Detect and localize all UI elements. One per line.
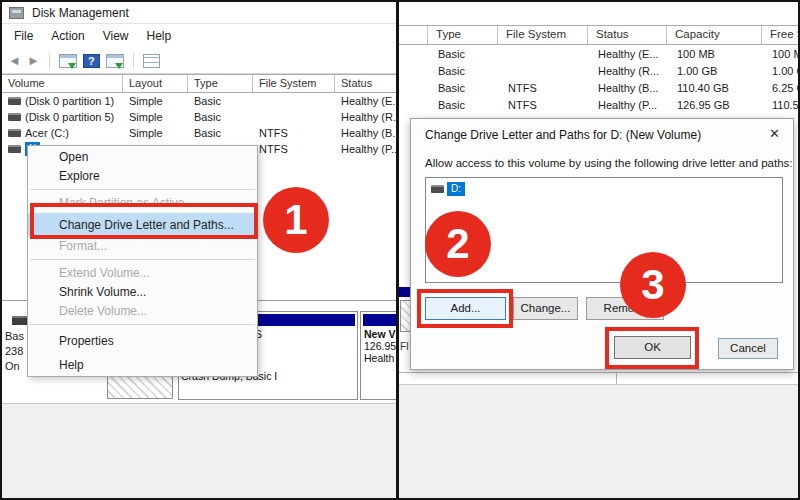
cell-capacity: 100 MB <box>667 48 762 60</box>
status-text-fragment: FI <box>400 341 409 352</box>
partition-status-fragment: Health <box>361 352 396 364</box>
cell-status: Healthy (R... <box>335 109 396 125</box>
column-file-system[interactable]: File System <box>253 75 335 92</box>
cell-status: Healthy (R... <box>588 65 667 77</box>
table-row[interactable]: (Disk 0 partition 5) Simple Basic Health… <box>2 109 396 125</box>
drive-letter-label: D: <box>447 182 465 196</box>
volume-icon <box>8 145 21 153</box>
cancel-button[interactable]: Cancel <box>718 338 778 359</box>
show-action-pane-icon[interactable] <box>106 54 124 68</box>
menu-bar: File Action View Help <box>2 24 396 48</box>
column-file-system[interactable]: File System <box>498 26 588 44</box>
toolbar-separator <box>133 53 134 69</box>
cell-layout: Simple <box>123 93 188 109</box>
list-item-drive-d[interactable]: D: <box>426 178 782 196</box>
step1-highlight-box <box>30 203 258 239</box>
volume-table-header: Type File System Status Capacity Free S <box>399 25 798 45</box>
cell-type: Basic <box>188 109 253 125</box>
properties-icon[interactable] <box>143 54 160 68</box>
menu-item-shrink-volume[interactable]: Shrink Volume... <box>28 283 257 302</box>
column-status[interactable]: Status <box>588 26 667 44</box>
volume-table-header: Volume Layout Type File System Status <box>2 74 396 93</box>
back-arrow-icon[interactable]: ◄ <box>8 54 21 67</box>
cell-layout: Simple <box>123 109 188 125</box>
cell-type: Basic <box>428 65 498 77</box>
menu-separator <box>28 186 257 194</box>
change-button[interactable]: Change... <box>513 297 578 320</box>
volume-table: Basic Healthy (E... 100 MB 100 M Basic H… <box>399 45 798 113</box>
cell-free-space: 1.00 G <box>762 65 798 77</box>
context-menu: Open Explore Mark Partition as Active Ch… <box>27 145 258 377</box>
menu-action[interactable]: Action <box>42 26 93 46</box>
cell-status: Healthy (E... <box>335 93 396 109</box>
column-volume[interactable]: Volume <box>2 75 123 92</box>
cell-status: Healthy (B... <box>588 82 667 94</box>
cell-file-system <box>253 109 335 125</box>
disk-view-border <box>616 372 617 384</box>
menu-view[interactable]: View <box>94 26 138 46</box>
cell-free-space: 110.5 <box>762 99 798 111</box>
cell-file-system: NTFS <box>253 141 335 157</box>
step2-badge: 2 <box>425 211 491 277</box>
cell-type: Basic <box>428 48 498 60</box>
disk-view-border <box>399 372 798 373</box>
cell-layout: Simple <box>123 125 188 141</box>
table-row[interactable]: Acer (C:) Simple Basic NTFS Healthy (B..… <box>2 125 396 141</box>
cell-file-system: NTFS <box>253 125 335 141</box>
cell-file-system <box>253 93 335 109</box>
disk-info-fragment: On <box>5 360 20 372</box>
partition-name-fragment: New V <box>361 328 396 340</box>
volume-icon <box>431 185 444 193</box>
cell-free-space: 6.25 G <box>762 82 798 94</box>
menu-item-properties[interactable]: Properties <box>28 329 257 353</box>
toolbar: ◄ ► ? <box>2 48 396 74</box>
column-free-space[interactable]: Free S <box>762 26 798 44</box>
menu-item-explore[interactable]: Explore <box>28 167 257 186</box>
cell-file-system: NTFS <box>498 82 588 94</box>
menu-item-help[interactable]: Help <box>28 353 257 377</box>
close-icon[interactable]: ✕ <box>769 126 780 141</box>
column-status[interactable]: Status <box>335 75 396 92</box>
volume-icon <box>8 129 21 137</box>
column-type[interactable]: Type <box>428 26 498 44</box>
right-screenshot-panel: Type File System Status Capacity Free S … <box>399 2 798 498</box>
menu-file[interactable]: File <box>5 26 42 46</box>
step2-highlight-box <box>417 289 513 328</box>
table-row[interactable]: Basic Healthy (R... 1.00 GB 1.00 G <box>399 62 798 79</box>
disk-info-fragment: 238 <box>5 345 23 357</box>
table-row[interactable]: (Disk 0 partition 1) Simple Basic Health… <box>2 93 396 109</box>
cell-free-space: 100 M <box>762 48 798 60</box>
table-row[interactable]: Basic NTFS Healthy (B... 110.40 GB 6.25 … <box>399 79 798 96</box>
disk-management-window: Disk Management File Action View Help ◄ … <box>2 2 396 498</box>
disk-management-app-icon <box>9 7 24 19</box>
cell-status: Healthy (E... <box>588 48 667 60</box>
partition-header-bar <box>363 314 396 326</box>
cell-status: Healthy (P... <box>335 141 396 157</box>
menu-item-open[interactable]: Open <box>28 148 257 167</box>
toolbar-separator <box>49 53 50 69</box>
forward-arrow-icon[interactable]: ► <box>27 54 40 67</box>
volume-icon <box>8 97 21 105</box>
show-console-tree-icon[interactable] <box>59 54 77 68</box>
help-icon[interactable]: ? <box>83 54 100 68</box>
cell-capacity: 1.00 GB <box>667 65 762 77</box>
step3-highlight-box <box>605 327 699 369</box>
cell-volume: Acer (C:) <box>25 127 69 139</box>
menu-separator <box>28 256 257 264</box>
table-row[interactable]: Basic NTFS Healthy (P... 126.95 GB 110.5 <box>399 96 798 113</box>
cell-file-system: NTFS <box>498 99 588 111</box>
column-type[interactable]: Type <box>188 75 253 92</box>
menu-help[interactable]: Help <box>138 26 181 46</box>
column-capacity[interactable]: Capacity <box>667 26 762 44</box>
cell-type: Basic <box>428 82 498 94</box>
cell-volume: (Disk 0 partition 5) <box>25 111 114 123</box>
step1-badge: 1 <box>263 187 329 253</box>
disk-info-fragment: Bas <box>5 330 24 342</box>
cell-type: Basic <box>428 99 498 111</box>
partition-box-new-volume[interactable]: New V 126.95 Health <box>360 311 396 400</box>
table-row[interactable]: Basic Healthy (E... 100 MB 100 M <box>399 45 798 62</box>
partition-size-fragment: 126.95 <box>361 340 396 352</box>
menu-item-delete-volume: Delete Volume... <box>28 302 257 321</box>
column-layout[interactable]: Layout <box>123 75 188 92</box>
cell-status: Healthy (B... <box>335 125 396 141</box>
